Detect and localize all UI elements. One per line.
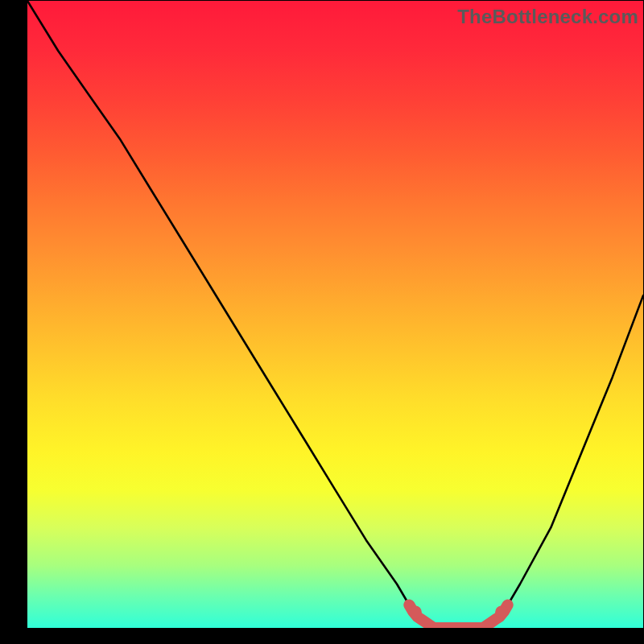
sweet-spot-end-dot	[495, 606, 508, 619]
plot-area: TheBottleneck.com	[27, 1, 643, 628]
sweet-spot-band	[409, 605, 507, 628]
curve-layer	[27, 1, 643, 628]
bottleneck-curve	[27, 1, 643, 628]
sweet-spot-start-dot	[409, 606, 422, 619]
chart-stage: TheBottleneck.com	[0, 0, 644, 644]
